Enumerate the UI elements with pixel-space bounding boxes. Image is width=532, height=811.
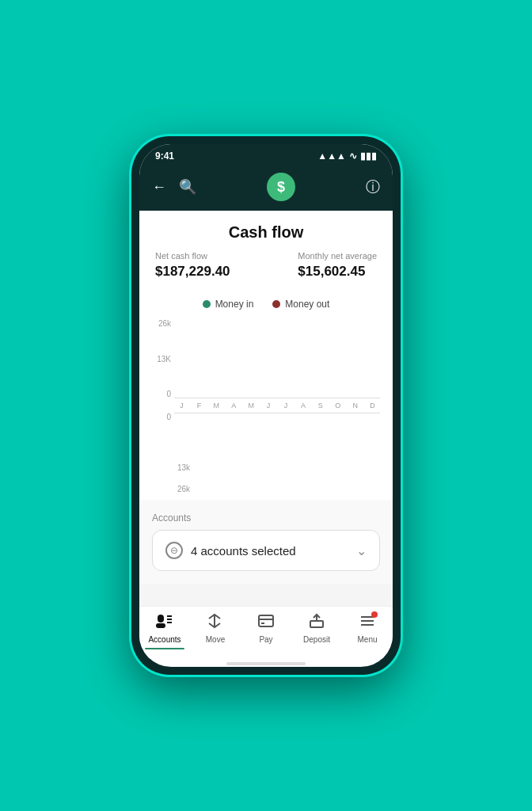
x-labels-row: JFMAMJJASOND: [152, 398, 380, 409]
x-label-M: M: [244, 402, 259, 409]
nav-label-deposit: Deposit: [303, 635, 330, 644]
menu-badge: [371, 611, 378, 618]
nav-active-indicator: [145, 648, 184, 649]
chart-legend: Money in Money out: [139, 292, 393, 319]
net-cash-flow-label: Net cash flow: [155, 251, 230, 261]
x-label-A: A: [226, 402, 241, 409]
battery-icon: ▮▮▮: [360, 150, 377, 162]
monthly-avg-label: Monthly net average: [298, 251, 377, 261]
accounts-left: ⊖ 4 accounts selected: [165, 542, 296, 559]
money-out-dot: [272, 300, 280, 308]
nav-item-move[interactable]: Move: [196, 613, 235, 649]
accounts-section: Accounts ⊖ 4 accounts selected ⌄: [139, 500, 393, 584]
y-label-26k-down: 26k: [177, 485, 380, 493]
net-cash-flow-stat: Net cash flow $187,229.40: [155, 251, 230, 280]
bars-up: [174, 319, 380, 398]
chart-area: 26k 13K 0 JFMAMJJASOND: [139, 319, 393, 493]
bars-up-container: [174, 319, 380, 398]
phone-screen: 9:41 ▲▲▲ ∿ ▮▮▮ ← 🔍 $ ⓘ Cas: [139, 144, 393, 667]
search-button[interactable]: 🔍: [179, 178, 196, 196]
nav-item-pay[interactable]: Pay: [246, 613, 286, 649]
legend-money-out: Money out: [272, 299, 329, 310]
header-center: $: [267, 173, 295, 201]
x-label-J: J: [261, 402, 276, 409]
wifi-icon: ∿: [349, 150, 357, 162]
nav-label-move: Move: [206, 635, 225, 644]
back-button[interactable]: ←: [152, 179, 166, 196]
phone-frame: 9:41 ▲▲▲ ∿ ▮▮▮ ← 🔍 $ ⓘ Cas: [131, 136, 401, 675]
y-label-26k-up: 26k: [158, 319, 171, 328]
accounts-nav-icon: [156, 613, 173, 633]
signal-icon: ▲▲▲: [317, 150, 346, 162]
status-bar: 9:41 ▲▲▲ ∿ ▮▮▮: [139, 144, 393, 166]
legend-money-in: Money in: [203, 299, 254, 310]
money-out-label: Money out: [285, 299, 329, 310]
x-label-M: M: [209, 402, 224, 409]
accounts-dropdown[interactable]: ⊖ 4 accounts selected ⌄: [152, 530, 380, 571]
net-cash-flow-value: $187,229.40: [155, 264, 230, 280]
logo-icon: $: [267, 173, 295, 201]
x-label-J: J: [174, 402, 189, 409]
main-content: Cash flow Net cash flow $187,229.40 Mont…: [139, 211, 393, 606]
nav-label-pay: Pay: [259, 635, 272, 644]
stats-row: Net cash flow $187,229.40 Monthly net av…: [139, 251, 393, 292]
bottom-nav: Accounts Move: [139, 606, 393, 659]
x-label-N: N: [348, 402, 363, 409]
y-labels-down: 0: [152, 411, 174, 460]
x-label-J: J: [279, 402, 294, 409]
help-button[interactable]: ⓘ: [366, 177, 380, 196]
svg-rect-6: [259, 615, 273, 626]
content-card: Cash flow Net cash flow $187,229.40 Mont…: [139, 211, 393, 584]
x-label-D: D: [365, 402, 380, 409]
move-nav-icon: [207, 613, 224, 633]
money-in-label: Money in: [215, 299, 254, 310]
money-in-dot: [203, 300, 211, 308]
x-labels: JFMAMJJASOND: [174, 402, 380, 409]
nav-label-menu: Menu: [357, 635, 377, 644]
y-label-0-down: 0: [166, 413, 171, 421]
y-label-13k-up: 13K: [157, 355, 171, 364]
accounts-selected-text: 4 accounts selected: [191, 544, 296, 558]
bars-down: [174, 413, 380, 460]
monthly-avg-stat: Monthly net average $15,602.45: [298, 251, 377, 280]
monthly-avg-value: $15,602.45: [298, 264, 377, 280]
nav-item-accounts[interactable]: Accounts: [145, 613, 184, 649]
deposit-nav-icon: [308, 613, 325, 633]
svg-rect-1: [156, 623, 165, 628]
x-label-F: F: [192, 402, 207, 409]
accounts-label: Accounts: [152, 512, 380, 524]
page-title: Cash flow: [139, 211, 393, 251]
menu-nav-icon: [359, 613, 376, 633]
y-label-0-up: 0: [166, 390, 171, 398]
x-label-S: S: [313, 402, 328, 409]
y-labels-up: 26k 13K 0: [152, 319, 174, 398]
accounts-filter-icon: ⊖: [165, 542, 183, 559]
y-label-13k-down: 13k: [177, 463, 380, 472]
nav-item-menu[interactable]: Menu: [348, 613, 387, 649]
status-icons: ▲▲▲ ∿ ▮▮▮: [317, 150, 377, 162]
bars-down-container: [174, 411, 380, 460]
nav-item-deposit[interactable]: Deposit: [297, 613, 336, 649]
status-time: 9:41: [155, 150, 174, 162]
svg-rect-9: [310, 621, 323, 627]
header-left: ← 🔍: [152, 178, 196, 196]
home-indicator: [226, 662, 306, 665]
header: ← 🔍 $ ⓘ: [139, 166, 393, 211]
nav-label-accounts: Accounts: [148, 635, 180, 644]
chevron-down-icon: ⌄: [356, 543, 367, 558]
x-label-A: A: [295, 402, 310, 409]
x-label-O: O: [330, 402, 345, 409]
svg-rect-0: [158, 615, 164, 623]
pay-nav-icon: [257, 613, 275, 633]
